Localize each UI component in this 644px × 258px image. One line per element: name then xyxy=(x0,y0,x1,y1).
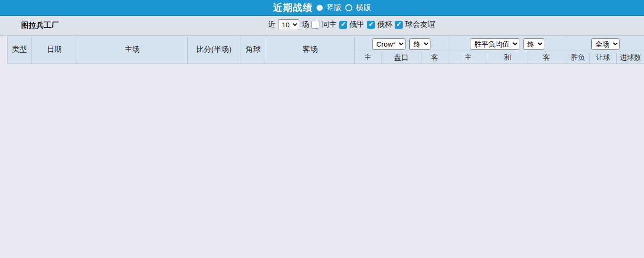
top-bar: 近期战绩 竖版 横版 xyxy=(0,0,644,16)
sub-header-odds-home: 主 xyxy=(355,52,382,64)
avg-odds-time-select[interactable]: 终 xyxy=(523,38,544,50)
checkbox-club-friendly-label[interactable]: 球会友谊 xyxy=(405,20,435,30)
col-header-date: 日期 xyxy=(32,36,77,64)
scope-select[interactable]: 全场 xyxy=(591,38,620,50)
sub-header-result: 胜负 xyxy=(566,52,590,64)
sub-header-handicap: 盘口 xyxy=(382,52,421,64)
odds-company-time-select[interactable]: 终 xyxy=(409,38,430,50)
filters: 近 10 场 同主 俄甲 俄杯 球会友谊 xyxy=(268,19,435,30)
sub-header-handicap-result: 让球 xyxy=(590,52,617,64)
near-label: 近 xyxy=(268,20,276,30)
checkbox-russia-cup-label[interactable]: 俄杯 xyxy=(377,20,392,30)
games-label: 场 xyxy=(302,20,309,30)
checkbox-russia-d1[interactable] xyxy=(339,21,347,29)
col-header-score: 比分(半场) xyxy=(188,36,240,64)
avg-odds-header: 胜平负均值终 xyxy=(448,36,566,52)
checkbox-russia-cup[interactable] xyxy=(367,21,375,29)
team-name: 图拉兵工厂 xyxy=(21,21,59,31)
sub-header-odds-away: 客 xyxy=(421,52,448,64)
recent-results-table: 类型 日期 主场 比分(半场) 角球 客场 Crow*终 胜平负均值终 全场 主… xyxy=(7,36,644,64)
layout-radio-vertical[interactable] xyxy=(317,5,323,11)
scope-header: 全场 xyxy=(566,36,644,52)
layout-radio-horizontal[interactable] xyxy=(345,4,352,11)
filter-bar: 图拉兵工厂 近 10 场 同主 俄甲 俄杯 球会友谊 xyxy=(0,16,644,36)
checkbox-same-home[interactable] xyxy=(311,21,319,29)
checkbox-club-friendly[interactable] xyxy=(395,21,403,29)
col-header-corner: 角球 xyxy=(240,36,266,64)
layout-radio-vertical-label[interactable]: 竖版 xyxy=(326,3,342,13)
col-header-away: 客场 xyxy=(266,36,355,64)
odds-company-header: Crow*终 xyxy=(355,36,448,52)
page-title: 近期战绩 xyxy=(273,1,313,14)
near-count-select[interactable]: 10 xyxy=(278,19,299,30)
col-header-type: 类型 xyxy=(8,36,32,64)
avg-odds-select[interactable]: 胜平负均值 xyxy=(470,38,519,50)
odds-company-select[interactable]: Crow* xyxy=(372,38,405,50)
page: 近期战绩 竖版 横版 图拉兵工厂 近 10 场 同主 俄甲 俄杯 球会友谊 xyxy=(0,0,644,258)
checkbox-same-home-label[interactable]: 同主 xyxy=(322,20,337,30)
layout-radio-horizontal-label[interactable]: 横版 xyxy=(356,3,371,13)
checkbox-russia-d1-label[interactable]: 俄甲 xyxy=(350,20,365,30)
sub-header-avg-away: 客 xyxy=(527,52,566,64)
sub-header-goals: 进球数 xyxy=(617,52,644,64)
col-header-home: 主场 xyxy=(77,36,188,64)
sub-header-avg-draw: 和 xyxy=(488,52,527,64)
sub-header-avg-home: 主 xyxy=(448,52,488,64)
